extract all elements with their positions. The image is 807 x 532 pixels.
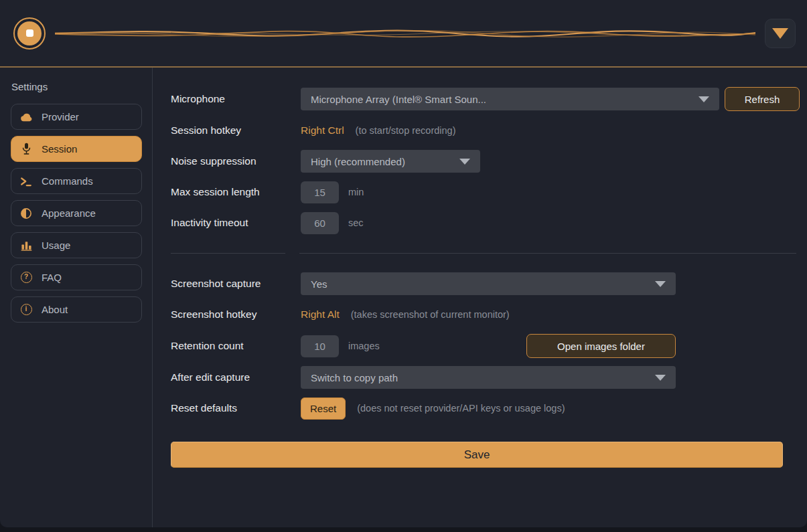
- max-session-length-label: Max session length: [171, 186, 301, 198]
- question-icon: ?: [19, 272, 33, 283]
- chevron-down-icon: [772, 28, 788, 39]
- after-edit-capture-row: After edit capture Switch to copy path: [171, 366, 807, 389]
- app-window: Settings Provider Session: [0, 0, 807, 527]
- refresh-button[interactable]: Refresh: [725, 87, 800, 111]
- sidebar-item-faq[interactable]: ? FAQ: [11, 264, 142, 290]
- sidebar-item-provider[interactable]: Provider: [11, 104, 142, 130]
- info-icon: i: [19, 304, 33, 315]
- body-area: Settings Provider Session: [0, 68, 807, 527]
- inactivity-timeout-unit: sec: [348, 217, 364, 228]
- session-hotkey-label: Session hotkey: [171, 124, 301, 137]
- max-session-length-input[interactable]: [301, 181, 339, 203]
- inactivity-timeout-row: Inactivity timeout sec: [171, 211, 807, 234]
- bar-chart-icon: [19, 240, 33, 251]
- retention-count-row: Retention count images Open images folde…: [171, 334, 676, 358]
- dropdown-caret-icon: [655, 375, 666, 381]
- reset-defaults-hint: (does not reset provider/API keys or usa…: [357, 403, 565, 414]
- section-divider: [171, 253, 796, 254]
- screenshot-capture-label: Screenshot capture: [171, 278, 301, 290]
- inactivity-timeout-input[interactable]: [301, 212, 339, 234]
- after-edit-capture-select[interactable]: Switch to copy path: [301, 366, 676, 389]
- noise-suppression-row: Noise suppression High (recommended): [171, 150, 807, 173]
- sidebar-item-about[interactable]: i About: [11, 296, 142, 323]
- session-settings-panel: Microphone Microphone Array (Intel® Smar…: [153, 68, 807, 527]
- session-hotkey-value[interactable]: Right Ctrl: [301, 124, 344, 137]
- cloud-icon: [19, 112, 33, 122]
- terminal-icon: [19, 176, 33, 187]
- sidebar-item-label: Session: [42, 143, 77, 155]
- microphone-select-value: Microphone Array (Intel® Smart Soun...: [311, 94, 486, 105]
- question-glyph: ?: [21, 272, 32, 283]
- after-edit-capture-label: After edit capture: [171, 371, 301, 383]
- microphone-icon: [19, 143, 33, 155]
- retention-count-input[interactable]: [301, 335, 339, 357]
- screenshot-hotkey-value[interactable]: Right Alt: [301, 308, 340, 321]
- sidebar-item-commands[interactable]: Commands: [11, 168, 142, 194]
- record-stop-button[interactable]: [13, 17, 46, 50]
- sidebar-item-label: Commands: [42, 175, 93, 187]
- noise-suppression-label: Noise suppression: [171, 155, 301, 167]
- sidebar-item-appearance[interactable]: Appearance: [11, 200, 142, 226]
- dropdown-caret-icon: [655, 281, 666, 287]
- screenshot-capture-value: Yes: [311, 278, 327, 290]
- settings-sidebar: Settings Provider Session: [0, 68, 153, 527]
- screenshot-capture-row: Screenshot capture Yes: [171, 272, 807, 295]
- screenshot-hotkey-hint: (takes screenshot of current monitor): [351, 309, 510, 320]
- sidebar-item-usage[interactable]: Usage: [11, 232, 142, 258]
- dropdown-caret-icon: [459, 159, 470, 165]
- sidebar-item-label: Appearance: [42, 207, 96, 219]
- reset-button[interactable]: Reset: [301, 397, 346, 420]
- contrast-icon: [19, 207, 33, 219]
- reset-defaults-row: Reset defaults Reset (does not reset pro…: [171, 397, 807, 420]
- audio-waveform: [55, 19, 755, 48]
- retention-count-unit: images: [348, 341, 380, 351]
- open-images-folder-button[interactable]: Open images folder: [526, 334, 676, 358]
- stop-icon: [26, 29, 33, 37]
- sidebar-item-label: Provider: [42, 111, 79, 122]
- microphone-row: Microphone Microphone Array (Intel® Smar…: [171, 87, 807, 111]
- session-hotkey-hint: (to start/stop recording): [356, 125, 456, 136]
- after-edit-capture-value: Switch to copy path: [311, 372, 398, 383]
- max-session-length-row: Max session length min: [171, 181, 807, 203]
- record-button-inner: [17, 21, 42, 46]
- info-glyph: i: [21, 304, 32, 315]
- session-hotkey-row: Session hotkey Right Ctrl (to start/stop…: [171, 119, 807, 142]
- collapse-panel-button[interactable]: [765, 19, 796, 48]
- top-bar: [0, 0, 807, 68]
- sidebar-title: Settings: [11, 81, 142, 92]
- screenshot-hotkey-label: Screenshot hotkey: [171, 308, 301, 321]
- sidebar-item-label: Usage: [42, 240, 70, 251]
- noise-suppression-select[interactable]: High (recommended): [301, 150, 480, 173]
- dropdown-caret-icon: [699, 96, 709, 102]
- microphone-select[interactable]: Microphone Array (Intel® Smart Soun...: [301, 88, 719, 110]
- inactivity-timeout-label: Inactivity timeout: [171, 217, 301, 229]
- save-button[interactable]: Save: [171, 442, 783, 468]
- microphone-label: Microphone: [171, 93, 301, 105]
- retention-count-label: Retention count: [171, 340, 301, 352]
- sidebar-item-label: FAQ: [42, 272, 62, 283]
- screenshot-hotkey-row: Screenshot hotkey Right Alt (takes scree…: [171, 303, 807, 326]
- max-session-length-unit: min: [348, 187, 364, 197]
- noise-suppression-value: High (recommended): [311, 156, 405, 167]
- reset-defaults-label: Reset defaults: [171, 402, 301, 414]
- sidebar-item-session[interactable]: Session: [11, 136, 142, 162]
- sidebar-item-label: About: [42, 304, 68, 315]
- screenshot-capture-select[interactable]: Yes: [301, 272, 676, 295]
